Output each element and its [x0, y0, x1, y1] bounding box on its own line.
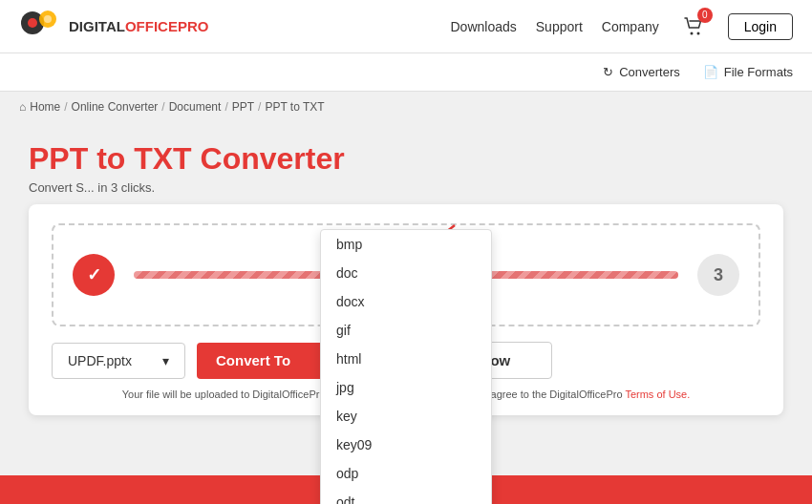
dropdown-item-odt[interactable]: odt — [321, 488, 491, 504]
page-title-main: PPT to TX — [29, 141, 173, 176]
breadcrumb-sep1: / — [64, 100, 67, 114]
breadcrumb-document[interactable]: Document — [169, 100, 222, 114]
breadcrumb-sep2: / — [161, 100, 164, 114]
dropdown-item-jpg[interactable]: jpg — [321, 373, 491, 402]
logo: DIGITALOFFICEPRO — [19, 10, 208, 44]
cart-button[interactable]: 0 — [678, 11, 709, 42]
breadcrumb: ⌂ Home / Online Converter / Document / P… — [0, 92, 812, 122]
dropdown-item-gif[interactable]: gif — [321, 316, 491, 345]
breadcrumb-sep3: / — [224, 100, 227, 114]
dropdown-menu: bmpdocdocxgifhtmljpgkeykey09odpodtpcxpdf… — [320, 229, 492, 504]
subnav-file-formats[interactable]: 📄 File Formats — [703, 65, 793, 79]
file-select-chevron-icon: ▾ — [162, 353, 169, 368]
breadcrumb-current: PPT to TXT — [265, 100, 324, 114]
dropdown-item-key[interactable]: key — [321, 402, 491, 430]
svg-point-1 — [28, 18, 37, 28]
breadcrumb-online-converter[interactable]: Online Converter — [72, 100, 159, 114]
file-select-value: UPDF.pptx — [68, 353, 132, 368]
cart-badge: 0 — [697, 8, 713, 23]
nav-right: Downloads Support Company 0 Login — [451, 11, 794, 42]
home-icon: ⌂ — [19, 100, 26, 114]
step3-label: 3 — [714, 265, 723, 285]
breadcrumb-ppt[interactable]: PPT — [232, 100, 254, 114]
convert-to-label: Convert To — [216, 352, 290, 368]
dropdown-item-docx[interactable]: docx — [321, 287, 491, 316]
file-formats-icon: 📄 — [703, 65, 718, 79]
page-title: PPT to TXT Converter — [29, 141, 783, 177]
nav-support[interactable]: Support — [536, 19, 583, 34]
login-button[interactable]: Login — [728, 13, 793, 40]
breadcrumb-sep4: / — [258, 100, 261, 114]
subnav-file-formats-label: File Formats — [724, 65, 793, 79]
subnav: ↻ Converters 📄 File Formats — [0, 53, 812, 92]
logo-text: DIGITALOFFICEPRO — [69, 18, 208, 34]
terms-link[interactable]: Terms of Use. — [625, 388, 690, 400]
file-select-button[interactable]: UPDF.pptx ▾ — [52, 343, 185, 379]
logo-text-pro: OFFICEPRO — [125, 18, 209, 34]
dropdown-item-odp[interactable]: odp — [321, 459, 491, 488]
nav-company[interactable]: Company — [602, 19, 659, 34]
svg-point-4 — [690, 32, 693, 34]
svg-point-3 — [44, 15, 52, 23]
subnav-converters[interactable]: ↻ Converters — [603, 65, 680, 79]
header: DIGITALOFFICEPRO Downloads Support Compa… — [0, 0, 812, 53]
dropdown-item-doc[interactable]: doc — [321, 259, 491, 287]
page-title-red: T — [173, 141, 192, 176]
breadcrumb-home[interactable]: Home — [30, 100, 60, 114]
logo-icon — [19, 10, 61, 44]
nav-downloads[interactable]: Downloads — [451, 19, 517, 34]
step3-circle: 3 — [697, 254, 739, 296]
dropdown-item-html[interactable]: html — [321, 345, 491, 373]
page-subtitle: Convert S... in 3 clicks. — [29, 180, 783, 195]
dropdown-item-bmp[interactable]: bmp — [321, 230, 491, 259]
refresh-icon: ↻ — [603, 65, 613, 79]
page-title-area: PPT to TXT Converter Convert S... in 3 c… — [29, 141, 783, 195]
svg-point-5 — [696, 32, 699, 34]
dropdown-item-key09[interactable]: key09 — [321, 430, 491, 459]
subnav-converters-label: Converters — [619, 65, 680, 79]
step1-circle: ✓ — [73, 254, 115, 296]
checkmark-icon: ✓ — [87, 264, 101, 285]
page-title-suffix: Converter — [192, 141, 345, 176]
